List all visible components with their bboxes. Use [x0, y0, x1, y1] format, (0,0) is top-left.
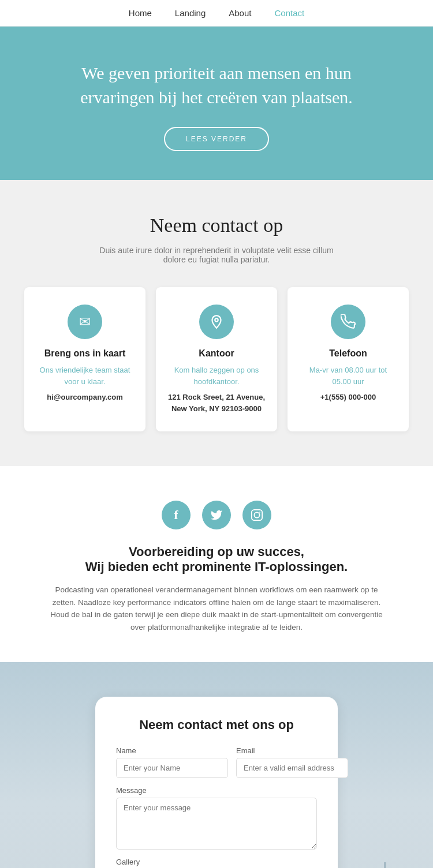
nav-landing[interactable]: Landing — [175, 8, 206, 18]
card-email: ✉ Breng ons in kaart Ons vriendelijke te… — [24, 287, 145, 431]
gallery-label: Gallery — [116, 858, 317, 866]
contact-form-card: Neem contact met ons op Name Email Messa… — [95, 697, 338, 868]
card-office: Kantoor Kom hallo zeggen op ons hoofdkan… — [156, 287, 277, 431]
nav-about[interactable]: About — [229, 8, 251, 18]
social-heading: Voorbereiding op uw succes,Wij bieden ec… — [35, 544, 398, 574]
svg-rect-21 — [384, 862, 386, 868]
nav-contact[interactable]: Contact — [274, 8, 304, 18]
card-email-detail: hi@ourcompany.com — [36, 392, 134, 403]
form-group-email: Email — [236, 746, 348, 778]
hero-heading: We geven prioriteit aan mensen en hun er… — [46, 61, 387, 110]
navigation: Home Landing About Contact — [0, 0, 433, 27]
form-group-message: Message — [116, 786, 317, 850]
svg-point-2 — [254, 512, 259, 517]
svg-point-0 — [215, 318, 218, 321]
form-section: Neem contact met ons op Name Email Messa… — [0, 662, 433, 868]
contact-heading: Neem contact op — [23, 215, 410, 236]
location-icon — [199, 305, 234, 339]
card-email-title: Breng ons in kaart — [36, 348, 134, 359]
card-phone-detail: +1(555) 000-000 — [299, 392, 397, 403]
email-icon: ✉ — [68, 305, 102, 339]
twitter-icon[interactable] — [202, 501, 231, 529]
card-office-title: Kantoor — [167, 348, 266, 359]
message-label: Message — [116, 786, 317, 795]
instagram-icon[interactable] — [242, 501, 271, 529]
hero-button[interactable]: LEES VERDER — [164, 127, 269, 151]
social-icons-group: f — [35, 501, 398, 529]
svg-point-3 — [259, 512, 260, 513]
phone-icon — [331, 305, 365, 339]
contact-cards: ✉ Breng ons in kaart Ons vriendelijke te… — [23, 287, 410, 431]
name-label: Name — [116, 746, 228, 755]
card-phone: Telefoon Ma-vr van 08.00 uur tot 05.00 u… — [288, 287, 409, 431]
card-phone-title: Telefoon — [299, 348, 397, 359]
hero-section: We geven prioriteit aan mensen en hun er… — [0, 27, 433, 180]
email-label: Email — [236, 746, 348, 755]
contact-info-section: Neem contact op Duis aute irure dolor in… — [0, 180, 433, 466]
svg-rect-1 — [252, 510, 262, 520]
name-input[interactable] — [116, 758, 228, 778]
nav-home[interactable]: Home — [129, 8, 152, 18]
form-row-name-email: Name Email — [116, 746, 317, 778]
card-phone-highlight: Ma-vr van 08.00 uur tot 05.00 uur — [299, 365, 397, 387]
card-office-highlight: Kom hallo zeggen op ons hoofdkantoor. — [167, 365, 266, 387]
facebook-icon[interactable]: f — [162, 501, 191, 529]
contact-description: Duis aute irure dolor in reprehenderit i… — [89, 246, 344, 264]
form-heading: Neem contact met ons op — [116, 717, 317, 732]
message-textarea[interactable] — [116, 798, 317, 850]
email-input[interactable] — [236, 758, 348, 778]
card-email-highlight: Ons vriendelijke team staat voor u klaar… — [36, 365, 134, 387]
social-section: f Voorbereiding op uw succes,Wij bieden … — [0, 466, 433, 662]
social-description: Podcasting van operationeel verandermana… — [49, 584, 384, 633]
card-office-detail: 121 Rock Sreet, 21 Avenue, New York, NY … — [167, 392, 266, 414]
form-group-name: Name — [116, 746, 228, 778]
